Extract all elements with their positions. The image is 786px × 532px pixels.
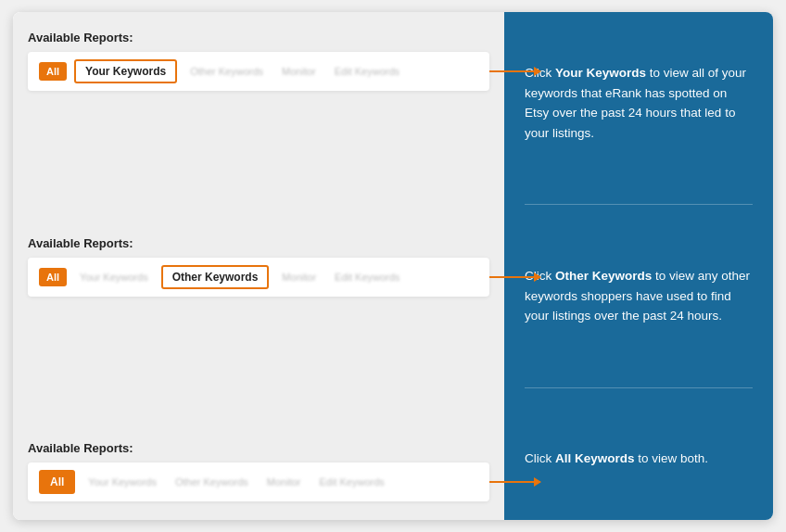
info-divider-1	[525, 204, 753, 205]
connector-line-2	[489, 276, 540, 278]
info-divider-2	[525, 387, 753, 388]
right-panel: Click Your Keywords to view all of your …	[504, 12, 773, 520]
your-keywords-tab-3[interactable]: Your Keywords	[82, 473, 162, 491]
monitor-tab-2[interactable]: Monitor	[276, 268, 322, 286]
left-panel: Available Reports: All Your Keywords Oth…	[13, 12, 504, 520]
all-keywords-bold-3: All Keywords	[555, 451, 635, 465]
available-reports-label-1: Available Reports:	[28, 31, 489, 44]
other-keywords-tab-1[interactable]: Other Keywords	[184, 62, 269, 81]
other-keywords-tab-2[interactable]: Other Keywords	[161, 265, 270, 289]
section-3: Available Reports: All Your Keywords Oth…	[28, 441, 489, 501]
section-2: Available Reports: All Your Keywords Oth…	[28, 236, 489, 297]
info-block-3: Click All Keywords to view both.	[525, 449, 753, 469]
tab-row-2: All Your Keywords Other Keywords Monitor…	[28, 258, 489, 297]
all-button-1[interactable]: All	[39, 62, 67, 81]
other-keywords-bold-2: Other Keywords	[555, 269, 652, 283]
tab-row-1: All Your Keywords Other Keywords Monitor…	[28, 52, 489, 91]
edit-keywords-tab-2[interactable]: Edit Keywords	[329, 268, 405, 286]
all-button-3[interactable]: All	[39, 470, 75, 494]
your-keywords-bold-1: Your Keywords	[555, 66, 646, 80]
connector-line-3	[489, 481, 540, 483]
edit-keywords-tab-3[interactable]: Edit Keywords	[314, 473, 390, 491]
available-reports-label-2: Available Reports:	[28, 236, 489, 250]
section-1: Available Reports: All Your Keywords Oth…	[28, 31, 489, 91]
connector-line-1	[489, 70, 540, 72]
edit-keywords-tab-1[interactable]: Edit Keywords	[329, 62, 405, 81]
info-block-2: Click Other Keywords to view any other k…	[525, 266, 753, 326]
other-keywords-tab-3[interactable]: Other Keywords	[170, 473, 254, 491]
monitor-tab-1[interactable]: Monitor	[276, 62, 322, 81]
your-keywords-tab-1[interactable]: Your Keywords	[74, 59, 177, 83]
available-reports-label-3: Available Reports:	[28, 441, 489, 455]
all-button-2[interactable]: All	[39, 268, 67, 286]
your-keywords-tab-2[interactable]: Your Keywords	[74, 268, 154, 286]
monitor-tab-3[interactable]: Monitor	[261, 473, 307, 491]
info-block-1: Click Your Keywords to view all of your …	[525, 63, 753, 143]
tab-row-3: All Your Keywords Other Keywords Monitor…	[28, 462, 489, 501]
main-container: Available Reports: All Your Keywords Oth…	[13, 12, 773, 520]
